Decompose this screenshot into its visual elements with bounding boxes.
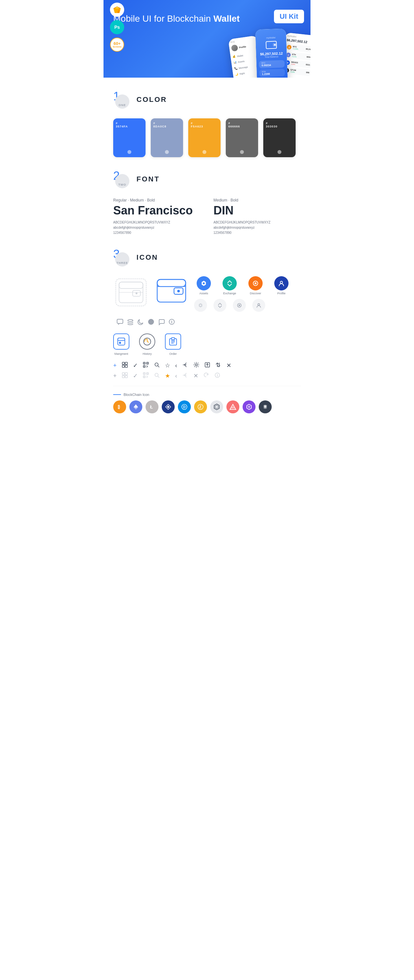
order-icon-clipboard: [165, 334, 181, 350]
assets-icon-label: Assets: [199, 292, 208, 295]
font-din-lower: abcdefghijklmnopqrstuvwxyz: [213, 225, 301, 230]
font-sf-name: San Francisco: [113, 204, 201, 217]
swatch-black: #303030: [263, 118, 296, 157]
font-sf-lower: abcdefghijklmnopqrstuvwxyz: [113, 225, 201, 230]
swatch-orange: #F5A623: [188, 118, 221, 157]
phone-screen-wallet: myWallet $6,297,502.12 Total Balance BTC…: [255, 29, 288, 78]
sketch-badge: [110, 3, 124, 17]
small-icons-row-2: + ✓: [113, 372, 301, 379]
profile-icon-gray: [252, 299, 265, 312]
svg-rect-55: [122, 375, 124, 378]
search-icon: [154, 362, 160, 369]
btc-icon-svg: ₿: [116, 403, 123, 410]
search-icon-gray-svg: [154, 372, 160, 378]
icon-large-row: Assets Exchange: [113, 276, 301, 327]
check-icon-gray: ✓: [133, 372, 138, 379]
swatch-code-blue: #3574FA: [116, 122, 128, 128]
icon-section-header: 3 THREE ICON: [113, 248, 301, 267]
svg-rect-35: [118, 338, 125, 340]
screens-badge: 60+ Screens: [110, 38, 124, 52]
nav-icon-exchange: Exchange: [220, 276, 239, 295]
section-num-container-2: 2 TWO: [113, 170, 131, 188]
svg-rect-41: [125, 362, 127, 364]
phone-mockup-center: myWallet $6,297,502.12 Total Balance BTC…: [255, 29, 288, 78]
wallet-filled-svg: [155, 276, 188, 305]
qr-icon-gray: [143, 372, 149, 379]
eth-icon: [129, 401, 142, 414]
info-icon-svg: [168, 318, 175, 325]
refresh-icon-gray-svg: [204, 372, 209, 378]
swatch-dot-gray-blue: [165, 150, 169, 154]
color-section-header: 1 ONE COLOR: [113, 91, 301, 109]
exchange-icon-gray-svg: [217, 302, 223, 308]
upload-icon-svg: [204, 362, 210, 368]
iota-icon: [210, 401, 223, 414]
divider-1: [113, 386, 301, 386]
svg-rect-40: [122, 362, 124, 364]
section-title-font: FONT: [137, 175, 160, 183]
info-icon-gray: [215, 372, 220, 379]
swatch-code-gray-blue: #8DA0C8: [153, 122, 167, 128]
misc-icons-right: [116, 318, 175, 327]
svg-marker-74: [215, 405, 218, 409]
profile-icon-circle: [274, 276, 288, 290]
profile-icon-svg: [278, 280, 285, 287]
svg-point-28: [239, 305, 240, 306]
svg-marker-73: [214, 404, 219, 410]
font-din: Medium · Bold DIN ABCDEFGHIJKLMNOPQRSTUV…: [213, 198, 301, 235]
svg-point-29: [258, 304, 260, 305]
svg-rect-18: [157, 280, 186, 286]
exchange-icon-circle: [223, 276, 237, 290]
wallet-wireframe-1: [113, 276, 149, 309]
svg-text:D: D: [183, 405, 186, 409]
svg-rect-43: [125, 365, 127, 368]
swatch-dot-blue: [127, 150, 131, 154]
blockchain-label: BlockChain Icon: [113, 393, 301, 396]
svg-point-32: [148, 319, 154, 325]
zcash-icon: Z: [194, 401, 207, 414]
svg-rect-42: [122, 365, 124, 368]
font-din-nums: 1234567890: [213, 230, 301, 235]
section-num-container-1: 1 ONE: [113, 91, 131, 109]
waves-icon: [162, 401, 175, 414]
qr-icon-gray-svg: [143, 372, 149, 378]
section-word-3: THREE: [115, 252, 129, 267]
svg-rect-13: [119, 282, 143, 288]
grid-icon-svg: [122, 362, 128, 368]
info-icon-gray-svg: [215, 372, 220, 378]
dash-icon-svg: D: [181, 403, 188, 410]
svg-point-20: [177, 290, 180, 293]
svg-point-16: [135, 293, 137, 294]
history-icon-clock: [139, 334, 155, 350]
ark-icon: [226, 401, 239, 414]
swatch-dot-dark-gray: [240, 150, 244, 154]
assets-icon-circle: [197, 276, 211, 290]
font-din-name: DIN: [213, 204, 301, 217]
nav-icons-top-row: Assets Exchange: [194, 276, 291, 295]
svg-rect-17: [157, 280, 186, 302]
swatch-code-dark-gray: #666666: [228, 122, 240, 128]
management-icon-label: Mangment: [115, 352, 128, 355]
matic-icon: [243, 401, 256, 414]
svg-rect-49: [144, 366, 145, 367]
svg-point-31: [128, 320, 133, 321]
nav-icons-gray-row: [194, 299, 291, 312]
star-icon-outline: ☆: [165, 362, 170, 369]
settings-icon: [193, 362, 199, 369]
ark-icon-svg: [229, 403, 236, 410]
stratis-icon: [259, 401, 272, 414]
svg-point-22: [203, 282, 205, 284]
swatch-dot-black: [277, 150, 282, 154]
management-icon-item: Mangment: [113, 334, 129, 355]
swap-icon: [215, 362, 221, 369]
ps-badge: Ps: [110, 20, 124, 34]
matic-icon-svg: [245, 403, 253, 410]
svg-point-26: [200, 305, 202, 306]
message-icon-svg: [158, 318, 165, 325]
hero-balance-label: Total Balance: [264, 55, 278, 58]
history-icon-svg: [143, 337, 152, 346]
discover-icon-gray: [233, 299, 246, 312]
nav-icons-colored: Assets Exchange: [194, 276, 291, 312]
svg-rect-34: [118, 338, 125, 345]
assets-icon-gray: [194, 299, 207, 312]
